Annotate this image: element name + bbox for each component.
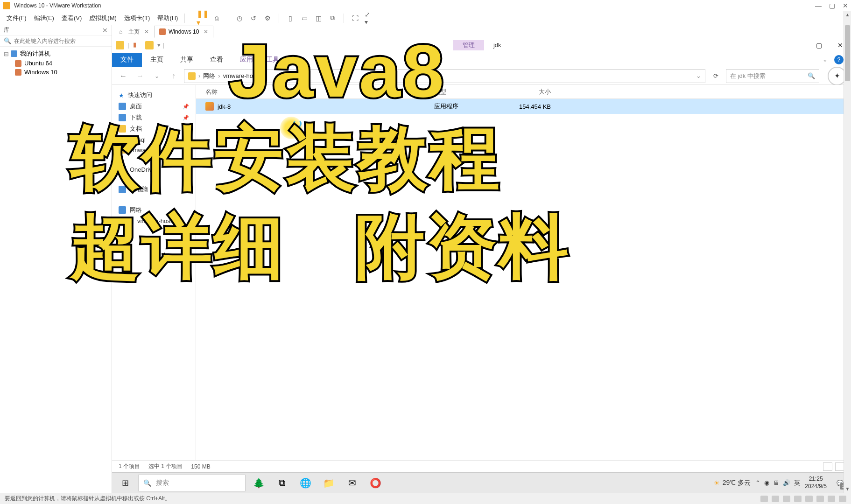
nav-vmhost[interactable]: vmware-host	[115, 216, 193, 226]
menu-edit[interactable]: 编辑(E)	[31, 13, 57, 23]
tab-close-icon[interactable]: ✕	[144, 28, 149, 35]
explorer-search-box[interactable]: 在 jdk 中搜索 🔍	[726, 69, 819, 83]
col-name[interactable]: 名称	[205, 88, 434, 96]
breadcrumb-host[interactable]: vmware-host	[223, 72, 258, 79]
library-search-input[interactable]	[14, 38, 108, 44]
explorer-icon[interactable]: 📁	[318, 474, 339, 492]
refresh-button[interactable]: ⟳	[709, 70, 722, 83]
ime-indicator[interactable]: 英	[794, 479, 800, 487]
menu-view[interactable]: 查看(V)	[59, 13, 84, 23]
vertical-scrollbar[interactable]: ▲ ▼	[844, 11, 851, 493]
indicator-icon[interactable]	[772, 496, 779, 502]
folder-icon[interactable]	[116, 41, 124, 49]
snapshot-icon[interactable]: ⎙	[212, 14, 221, 23]
app-icon[interactable]: ⭕	[365, 474, 386, 492]
address-bar[interactable]: › 网络 › vmware-host ⌄	[184, 69, 705, 83]
indicator-icon[interactable]	[760, 496, 768, 502]
scroll-down-icon[interactable]: ▼	[844, 485, 851, 493]
ribbon-file[interactable]: 文件	[112, 53, 142, 67]
maximize-button[interactable]: ▢	[808, 38, 830, 52]
indicator-icon[interactable]	[839, 496, 846, 502]
file-row-jdk[interactable]: jdk-8 应用程序 154,454 KB	[196, 99, 851, 114]
ribbon-expand-icon[interactable]: ⌄	[823, 56, 828, 63]
nav-documents[interactable]: 文档	[115, 123, 193, 134]
weather-widget[interactable]: ☀ 29℃ 多云	[714, 479, 751, 487]
clock[interactable]: 21:25 2024/9/5	[805, 476, 827, 490]
search-icon[interactable]: 🔍	[808, 72, 815, 79]
addr-dropdown-icon[interactable]: ⌄	[696, 72, 701, 79]
nav-back-button[interactable]: ←	[117, 70, 130, 83]
start-button[interactable]: ⊞	[115, 474, 135, 492]
volume-icon[interactable]: 🔊	[783, 479, 790, 486]
minimize-button[interactable]: —	[787, 38, 808, 52]
indicator-icon[interactable]	[805, 496, 813, 502]
qat-dropdown[interactable]: ▾ |	[157, 42, 164, 49]
view-mode-1-icon[interactable]: ▯	[286, 14, 295, 23]
menu-tabs[interactable]: 选项卡(T)	[121, 13, 153, 23]
folder-icon[interactable]	[145, 41, 154, 49]
tree-root-mycomputer[interactable]: ⊟ 我的计算机	[4, 49, 108, 59]
manage-icon[interactable]: ⚙	[263, 14, 272, 23]
menu-help[interactable]: 帮助(H)	[155, 13, 181, 23]
tab-close-icon[interactable]: ✕	[204, 28, 208, 35]
taskview-button[interactable]: ⧉	[272, 474, 292, 492]
nav-desktop[interactable]: 桌面 📌	[115, 101, 193, 112]
tree-vm-windows10[interactable]: Windows 10	[4, 68, 108, 77]
network-icon[interactable]: 🖥	[773, 479, 779, 486]
nav-quick-access[interactable]: ★ 快速访问	[115, 90, 193, 101]
nav-mysql[interactable]: mysql	[115, 134, 193, 145]
nav-recent-dropdown[interactable]: ⌄	[150, 70, 163, 83]
taskview-icon[interactable]: 🌲	[248, 474, 269, 492]
revert-icon[interactable]: ↺	[249, 14, 258, 23]
nav-label: 桌面	[130, 102, 142, 111]
nav-up-button[interactable]: ↑	[167, 70, 180, 83]
nav-vmware[interactable]: vmware	[115, 145, 193, 155]
view-mode-2-icon[interactable]: ▭	[300, 14, 309, 23]
clock-icon[interactable]: ◷	[235, 14, 244, 23]
library-close-icon[interactable]: ✕	[102, 27, 108, 34]
qat-icon[interactable]: ▮	[133, 41, 141, 49]
view-mode-3-icon[interactable]: ◫	[314, 14, 323, 23]
fullscreen-icon[interactable]: ⛶	[351, 14, 360, 23]
help-icon[interactable]: ?	[834, 55, 844, 64]
nav-network[interactable]: 网络	[115, 204, 193, 216]
indicator-icon[interactable]	[783, 496, 790, 502]
ribbon-home[interactable]: 主页	[142, 53, 172, 67]
tab-home[interactable]: ⌂ 主页 ✕	[114, 26, 154, 38]
tray-icon[interactable]: ◉	[764, 479, 769, 486]
taskbar-search[interactable]: 🔍 搜索	[138, 475, 246, 491]
nav-forward-button[interactable]: →	[134, 70, 147, 83]
indicator-icon[interactable]	[828, 496, 835, 502]
indicator-icon[interactable]	[794, 496, 802, 502]
edge-icon[interactable]: 🌐	[295, 474, 316, 492]
nav-thispc[interactable]: 此电脑	[115, 184, 193, 195]
col-type[interactable]: 类型	[434, 88, 504, 96]
minimize-button[interactable]: —	[815, 2, 822, 9]
view-mode-4-icon[interactable]: ⧉	[328, 14, 337, 23]
ribbon-share[interactable]: 共享	[172, 53, 202, 67]
ribbon-view[interactable]: 查看	[202, 53, 232, 67]
scroll-up-icon[interactable]: ▲	[844, 11, 851, 19]
scrollbar-thumb[interactable]	[845, 25, 850, 81]
vm-icon	[159, 28, 166, 35]
tray-expand-icon[interactable]: ⌃	[755, 479, 760, 486]
menu-file[interactable]: 文件(F)	[4, 13, 29, 23]
mail-icon[interactable]: ✉	[342, 474, 362, 492]
nav-downloads[interactable]: 下载 📌	[115, 112, 193, 123]
tree-vm-ubuntu[interactable]: Ubuntu 64	[4, 59, 108, 68]
menu-vm[interactable]: 虚拟机(M)	[86, 13, 120, 23]
ribbon-apptools[interactable]: 应用程序工具	[232, 53, 288, 67]
maximize-button[interactable]: ▢	[829, 2, 835, 9]
unity-icon[interactable]: ⤢ ▾	[365, 14, 374, 23]
tab-windows10[interactable]: Windows 10 ✕	[154, 26, 213, 38]
view-details-button[interactable]	[823, 462, 832, 471]
view-icons-button[interactable]	[835, 462, 844, 471]
indicator-icon[interactable]	[816, 496, 824, 502]
col-size[interactable]: 大小	[504, 88, 560, 96]
breadcrumb-network[interactable]: 网络	[203, 72, 215, 80]
close-button[interactable]: ✕	[843, 2, 848, 9]
nav-onedrive[interactable]: OneDrive	[115, 164, 193, 175]
library-search[interactable]: 🔍	[0, 35, 112, 47]
pause-icon[interactable]: ❚❚ ▾	[198, 14, 207, 23]
context-tab-manage[interactable]: 管理	[453, 40, 484, 50]
